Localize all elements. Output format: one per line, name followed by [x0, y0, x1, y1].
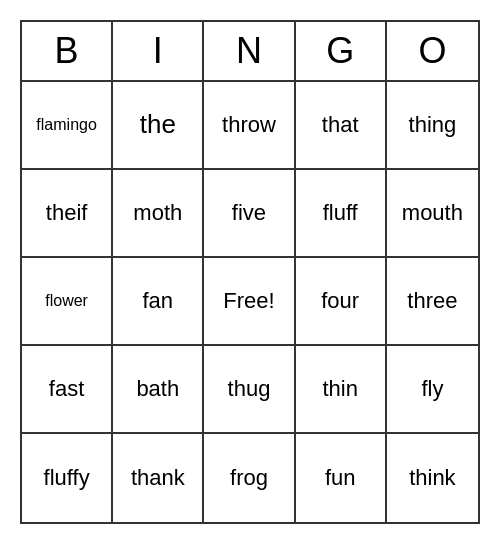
bingo-cell: fluff: [296, 170, 387, 258]
cell-text: fluffy: [44, 465, 90, 491]
cell-text: the: [140, 109, 176, 140]
bingo-cell: frog: [204, 434, 295, 522]
bingo-cell: fun: [296, 434, 387, 522]
cell-text: thing: [409, 112, 457, 138]
cell-text: theif: [46, 200, 88, 226]
cell-text: frog: [230, 465, 268, 491]
cell-text: flower: [45, 291, 88, 310]
bingo-cell: fan: [113, 258, 204, 346]
cell-text: thin: [322, 376, 357, 402]
cell-text: fluff: [323, 200, 358, 226]
cell-text: three: [407, 288, 457, 314]
bingo-cell: fast: [22, 346, 113, 434]
bingo-cell: thank: [113, 434, 204, 522]
cell-text: mouth: [402, 200, 463, 226]
cell-text: Free!: [223, 288, 274, 314]
cell-text: fly: [421, 376, 443, 402]
bingo-cell: that: [296, 82, 387, 170]
cell-text: four: [321, 288, 359, 314]
bingo-cell: thin: [296, 346, 387, 434]
cell-text: bath: [136, 376, 179, 402]
bingo-card: BINGO flamingothethrowthatthingtheifmoth…: [20, 20, 480, 524]
header-letter: B: [22, 22, 113, 80]
bingo-cell: throw: [204, 82, 295, 170]
cell-text: five: [232, 200, 266, 226]
bingo-cell: thug: [204, 346, 295, 434]
header-letter: O: [387, 22, 478, 80]
cell-text: throw: [222, 112, 276, 138]
cell-text: flamingo: [36, 115, 96, 134]
bingo-cell: flamingo: [22, 82, 113, 170]
header-letter: N: [204, 22, 295, 80]
bingo-cell: moth: [113, 170, 204, 258]
bingo-cell: five: [204, 170, 295, 258]
bingo-cell: think: [387, 434, 478, 522]
bingo-cell: fly: [387, 346, 478, 434]
header-letter: I: [113, 22, 204, 80]
bingo-header: BINGO: [22, 22, 478, 82]
bingo-cell: bath: [113, 346, 204, 434]
bingo-cell: theif: [22, 170, 113, 258]
bingo-grid: flamingothethrowthatthingtheifmothfivefl…: [22, 82, 478, 522]
bingo-cell: three: [387, 258, 478, 346]
bingo-cell: the: [113, 82, 204, 170]
bingo-cell: four: [296, 258, 387, 346]
cell-text: fun: [325, 465, 356, 491]
bingo-cell: mouth: [387, 170, 478, 258]
cell-text: thank: [131, 465, 185, 491]
cell-text: that: [322, 112, 359, 138]
cell-text: thug: [228, 376, 271, 402]
cell-text: moth: [133, 200, 182, 226]
bingo-cell: thing: [387, 82, 478, 170]
bingo-cell: Free!: [204, 258, 295, 346]
cell-text: fan: [142, 288, 173, 314]
bingo-cell: flower: [22, 258, 113, 346]
bingo-cell: fluffy: [22, 434, 113, 522]
cell-text: think: [409, 465, 455, 491]
cell-text: fast: [49, 376, 84, 402]
header-letter: G: [296, 22, 387, 80]
